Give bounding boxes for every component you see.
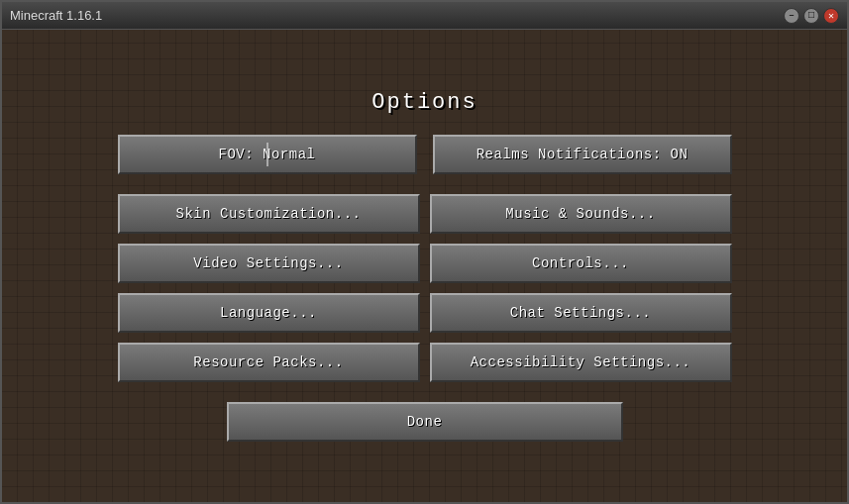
controls-button[interactable]: Controls... (430, 244, 732, 283)
accessibility-button[interactable]: Accessibility Settings... (430, 343, 732, 382)
music-sounds-button[interactable]: Music & Sounds... (430, 194, 732, 234)
page-title: Options (371, 90, 477, 115)
realms-label: Realms Notifications: ON (477, 147, 689, 162)
done-label: Done (407, 414, 443, 430)
language-label: Language... (220, 305, 317, 321)
skin-customization-button[interactable]: Skin Customization... (118, 194, 420, 234)
options-content: Options FOV: Normal Realms Notifications… (2, 30, 847, 502)
minimize-icon: – (789, 10, 795, 21)
fov-button[interactable]: FOV: Normal (118, 135, 417, 174)
resource-packs-button[interactable]: Resource Packs... (118, 343, 420, 382)
accessibility-label: Accessibility Settings... (471, 354, 691, 370)
language-button[interactable]: Language... (118, 293, 420, 333)
window: Minecraft 1.16.1 – □ ✕ Options FOV: Norm… (0, 0, 849, 504)
chat-settings-button[interactable]: Chat Settings... (430, 293, 732, 333)
done-row: Done (227, 402, 623, 442)
music-label: Music & Sounds... (505, 206, 655, 222)
skin-label: Skin Customization... (176, 206, 362, 222)
done-button[interactable]: Done (227, 402, 623, 442)
options-grid: Skin Customization... Music & Sounds... … (118, 194, 732, 382)
resource-label: Resource Packs... (193, 354, 343, 370)
controls-label: Controls... (532, 255, 629, 271)
maximize-button[interactable]: □ (803, 8, 819, 24)
chat-label: Chat Settings... (510, 305, 651, 321)
minimize-button[interactable]: – (784, 8, 799, 24)
close-icon: ✕ (828, 10, 834, 22)
window-controls: – □ ✕ (784, 8, 839, 24)
realms-button[interactable]: Realms Notifications: ON (433, 135, 732, 174)
video-label: Video Settings... (193, 255, 343, 271)
fov-label: FOV: Normal (219, 147, 316, 162)
video-settings-button[interactable]: Video Settings... (118, 244, 420, 283)
close-button[interactable]: ✕ (823, 8, 839, 24)
title-bar: Minecraft 1.16.1 – □ ✕ (2, 2, 847, 30)
maximize-icon: □ (808, 10, 814, 21)
top-row: FOV: Normal Realms Notifications: ON (118, 135, 732, 174)
window-title: Minecraft 1.16.1 (10, 8, 102, 23)
